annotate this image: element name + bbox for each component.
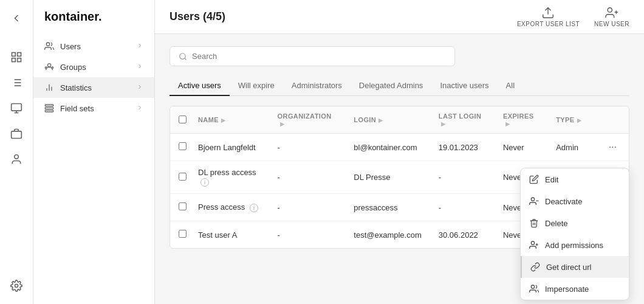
col-organization[interactable]: ORGANIZATION▶	[269, 106, 346, 134]
svg-rect-10	[12, 104, 22, 111]
context-menu-deactivate[interactable]: Deactivate	[521, 190, 629, 212]
sidebar-item-field-sets-label: Field sets	[60, 104, 94, 113]
collapse-sidebar-button[interactable]	[5, 7, 27, 29]
cell-org: -	[269, 134, 346, 161]
tab-inactive-users[interactable]: Inactive users	[431, 76, 497, 96]
export-user-list-button[interactable]: EXPORT USER LIST	[517, 6, 580, 27]
tab-delegated-admins[interactable]: Delegated Admins	[351, 76, 432, 96]
groups-icon	[44, 62, 54, 72]
settings-icon-button[interactable]	[5, 275, 27, 297]
svg-rect-25	[45, 110, 53, 112]
sort-arrow-type: ▶	[577, 117, 581, 123]
sort-arrow-expires: ▶	[505, 121, 510, 127]
icon-rail	[0, 0, 33, 304]
user-icon-button[interactable]	[5, 148, 27, 170]
filter-tabs: Active users Will expire Administrators …	[170, 76, 629, 96]
page-title: Users (4/5)	[170, 10, 225, 23]
content-area: Active users Will expire Administrators …	[155, 34, 644, 304]
cell-type: Admin	[547, 134, 596, 161]
info-icon[interactable]: i	[250, 204, 258, 212]
svg-rect-24	[45, 108, 53, 109]
svg-rect-1	[18, 53, 21, 57]
col-login[interactable]: LOGIN▶	[345, 106, 430, 134]
cell-login: test@example.com	[345, 221, 430, 249]
monitor-icon-button[interactable]	[5, 97, 27, 119]
row-checkbox[interactable]	[179, 142, 187, 150]
get-direct-url-label: Get direct url	[546, 263, 591, 272]
sidebar-item-field-sets[interactable]: Field sets	[33, 98, 154, 119]
svg-point-32	[531, 198, 534, 201]
impersonate-icon	[529, 284, 539, 294]
delete-label: Delete	[545, 219, 568, 228]
page-header: Users (4/5) EXPORT USER LIST NEW USER	[155, 0, 644, 34]
search-icon	[179, 52, 187, 61]
tab-active-users[interactable]: Active users	[170, 76, 230, 96]
info-icon[interactable]: i	[200, 178, 209, 187]
context-menu-edit[interactable]: Edit	[521, 168, 629, 190]
more-options-button[interactable]: ···	[605, 140, 620, 154]
sort-arrow-login: ▶	[379, 117, 383, 123]
list-icon-button[interactable]	[5, 72, 27, 94]
svg-line-31	[185, 58, 187, 60]
search-bar	[170, 46, 455, 66]
sidebar-item-groups[interactable]: Groups	[33, 57, 154, 77]
svg-point-16	[46, 43, 49, 46]
sort-arrow-name: ▶	[221, 117, 225, 123]
select-all-checkbox[interactable]	[179, 116, 187, 123]
svg-point-34	[531, 241, 534, 244]
svg-rect-13	[12, 131, 22, 139]
cell-login: DL Presse	[345, 161, 430, 194]
col-type[interactable]: TYPE▶	[547, 106, 596, 134]
deactivate-label: Deactivate	[545, 197, 582, 206]
col-last-login[interactable]: LAST LOGIN▶	[430, 106, 495, 134]
svg-point-37	[531, 285, 534, 288]
cell-org: -	[269, 221, 346, 249]
cell-last-login: -	[430, 194, 495, 221]
table-row: Bjoern Langfeldt - bl@kontainer.com 19.0…	[170, 134, 629, 161]
cell-login: pressaccess	[345, 194, 430, 221]
tab-will-expire[interactable]: Will expire	[230, 76, 283, 96]
tab-all[interactable]: All	[498, 76, 523, 96]
col-name[interactable]: NAME▶	[190, 106, 269, 134]
cell-last-login: 30.06.2022	[430, 221, 495, 249]
field-sets-icon	[44, 103, 54, 113]
dashboard-icon-button[interactable]	[5, 46, 27, 68]
sort-arrow-org: ▶	[280, 121, 284, 127]
sort-arrow-lastlogin: ▶	[441, 121, 445, 127]
tab-administrators[interactable]: Administrators	[283, 76, 351, 96]
row-checkbox[interactable]	[179, 202, 187, 210]
col-expires[interactable]: EXPIRES▶	[495, 106, 547, 134]
cell-name: DL press access i	[190, 161, 269, 194]
svg-point-19	[52, 67, 53, 69]
briefcase-icon-button[interactable]	[5, 123, 27, 145]
cell-name: Press access i	[190, 194, 269, 221]
header-actions: EXPORT USER LIST NEW USER	[517, 6, 629, 27]
add-permissions-icon	[529, 240, 539, 250]
link-icon	[530, 262, 540, 272]
app-logo: kontainer.	[33, 10, 154, 36]
svg-rect-0	[12, 53, 16, 57]
cell-name: Bjoern Langfeldt	[190, 134, 269, 161]
chevron-right-icon	[136, 63, 143, 72]
row-checkbox[interactable]	[179, 173, 187, 181]
new-user-label: NEW USER	[594, 21, 629, 27]
svg-point-14	[15, 155, 19, 159]
context-menu-impersonate[interactable]: Impersonate	[521, 278, 629, 300]
cell-org: -	[269, 161, 346, 194]
sidebar-item-statistics[interactable]: Statistics	[33, 77, 154, 98]
new-user-button[interactable]: NEW USER	[594, 6, 629, 27]
cell-last-login: 19.01.2023	[430, 134, 495, 161]
sidebar-item-users[interactable]: Users	[33, 36, 154, 57]
search-input[interactable]	[192, 52, 446, 61]
svg-rect-3	[18, 58, 21, 62]
cell-name: Test user A	[190, 221, 269, 249]
row-checkbox[interactable]	[179, 230, 187, 238]
svg-point-27	[608, 8, 612, 12]
context-menu-add-permissions[interactable]: Add permissions	[521, 234, 629, 256]
chevron-right-icon	[136, 83, 143, 92]
context-menu-delete[interactable]: Delete	[521, 212, 629, 234]
context-menu-get-direct-url[interactable]: Get direct url	[521, 256, 629, 278]
cell-last-login: -	[430, 161, 495, 194]
edit-icon	[529, 174, 539, 184]
table-header-row: NAME▶ ORGANIZATION▶ LOGIN▶ LAST LOGIN▶ E…	[170, 106, 629, 134]
